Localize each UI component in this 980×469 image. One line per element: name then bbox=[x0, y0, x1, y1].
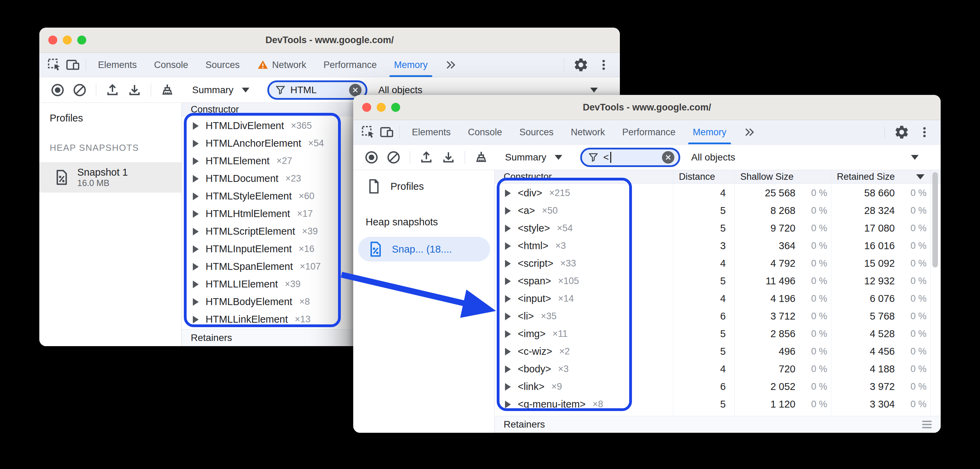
constructor-row[interactable]: <span> ×105 5 11 496 0 % 12 932 0 % bbox=[495, 272, 941, 290]
clean-garbage-icon[interactable] bbox=[158, 81, 177, 99]
perspective-select[interactable]: Summary bbox=[192, 85, 250, 96]
expand-triangle-icon[interactable] bbox=[505, 330, 511, 338]
expand-triangle-icon[interactable] bbox=[193, 122, 199, 130]
more-tabs-icon[interactable] bbox=[735, 123, 764, 142]
distance-column-header[interactable]: Distance bbox=[673, 170, 735, 183]
device-toolbar-icon[interactable] bbox=[64, 56, 82, 74]
more-options-icon[interactable] bbox=[915, 123, 934, 142]
constructor-row[interactable]: <img> ×11 5 2 856 0 % 4 528 0 % bbox=[495, 325, 941, 343]
expand-triangle-icon[interactable] bbox=[505, 260, 511, 268]
retained-size-column-header[interactable]: Retained Size bbox=[831, 170, 931, 183]
expand-triangle-icon[interactable] bbox=[193, 263, 199, 271]
expand-triangle-icon[interactable] bbox=[505, 278, 511, 285]
save-profile-icon[interactable] bbox=[439, 148, 458, 167]
constructor-column-header[interactable]: Constructor bbox=[495, 170, 673, 183]
expand-triangle-icon[interactable] bbox=[505, 383, 511, 391]
expand-triangle-icon[interactable] bbox=[193, 298, 199, 306]
expand-triangle-icon[interactable] bbox=[505, 295, 511, 303]
more-options-icon[interactable] bbox=[594, 56, 613, 74]
object-scope-select[interactable]: All objects bbox=[691, 152, 735, 163]
minimize-window-button[interactable] bbox=[377, 103, 386, 112]
inspect-element-icon[interactable] bbox=[45, 56, 64, 74]
tab-sources[interactable]: Sources bbox=[511, 120, 562, 144]
expand-triangle-icon[interactable] bbox=[505, 365, 511, 373]
grid-header-row: Constructor Distance Shallow Size Retain… bbox=[495, 170, 941, 183]
more-tabs-icon[interactable] bbox=[436, 56, 465, 74]
constructor-row[interactable]: <li> ×35 6 3 712 0 % 5 768 0 % bbox=[495, 308, 941, 325]
constructor-row[interactable]: <style> ×54 5 9 720 0 % 17 080 0 % bbox=[495, 220, 941, 237]
expand-triangle-icon[interactable] bbox=[193, 228, 199, 235]
object-scope-select[interactable]: All objects bbox=[379, 85, 423, 96]
class-filter-input[interactable]: HTML bbox=[267, 80, 368, 100]
constructor-row[interactable]: <g-menu-item> ×8 5 1 120 0 % 3 304 0 % bbox=[495, 396, 941, 413]
class-filter-input[interactable]: < bbox=[580, 148, 680, 167]
tab-memory[interactable]: Memory bbox=[684, 120, 735, 144]
clear-filter-icon[interactable] bbox=[349, 84, 361, 96]
expand-triangle-icon[interactable] bbox=[193, 157, 199, 165]
tab-console[interactable]: Console bbox=[146, 53, 197, 77]
expand-triangle-icon[interactable] bbox=[193, 193, 199, 200]
expand-triangle-icon[interactable] bbox=[193, 246, 199, 253]
tab-network[interactable]: Network bbox=[248, 53, 315, 77]
expand-triangle-icon[interactable] bbox=[505, 225, 511, 232]
zoom-window-button[interactable] bbox=[77, 35, 86, 45]
device-toolbar-icon[interactable] bbox=[377, 123, 396, 142]
save-profile-icon[interactable] bbox=[125, 81, 144, 99]
divider bbox=[885, 126, 885, 139]
minimize-window-button[interactable] bbox=[63, 35, 72, 45]
expand-triangle-icon[interactable] bbox=[193, 140, 199, 147]
close-window-button[interactable] bbox=[362, 103, 371, 112]
tab-elements[interactable]: Elements bbox=[89, 53, 146, 77]
hamburger-menu-icon[interactable] bbox=[922, 421, 932, 428]
tab-elements[interactable]: Elements bbox=[403, 120, 460, 144]
constructor-row[interactable]: <div> ×215 4 25 568 0 % 58 660 0 % bbox=[495, 184, 941, 202]
perspective-select[interactable]: Summary bbox=[505, 152, 562, 163]
profiles-item[interactable]: Profiles bbox=[353, 170, 494, 194]
constructor-row[interactable]: <c-wiz> ×2 5 496 0 % 4 456 0 % bbox=[495, 343, 941, 360]
clear-profiles-icon[interactable] bbox=[70, 81, 89, 99]
clear-filter-icon[interactable] bbox=[662, 151, 675, 164]
expand-triangle-icon[interactable] bbox=[505, 401, 511, 408]
constructor-row[interactable]: <html> ×3 3 364 0 % 16 016 0 % bbox=[495, 237, 941, 255]
expand-triangle-icon[interactable] bbox=[505, 313, 511, 320]
expand-triangle-icon[interactable] bbox=[505, 207, 511, 215]
expand-triangle-icon[interactable] bbox=[193, 281, 199, 288]
inspect-element-icon[interactable] bbox=[359, 123, 377, 142]
shallow-size-column-header[interactable]: Shallow Size bbox=[735, 170, 831, 183]
tab-console[interactable]: Console bbox=[460, 120, 511, 144]
constructor-row[interactable]: <body> ×3 4 720 0 % 4 188 0 % bbox=[495, 360, 941, 378]
zoom-window-button[interactable] bbox=[391, 103, 400, 112]
expand-triangle-icon[interactable] bbox=[505, 242, 511, 250]
snapshot-item[interactable]: Snapshot 1 16.0 MB bbox=[39, 162, 181, 193]
constructor-name: <c-wiz> bbox=[518, 346, 552, 357]
tab-sources[interactable]: Sources bbox=[197, 53, 248, 77]
retained-size-value: 28 324 bbox=[864, 205, 895, 216]
load-profile-icon[interactable] bbox=[417, 148, 436, 167]
retainers-bar[interactable]: Retainers bbox=[495, 416, 941, 433]
snapshot-item-selected[interactable]: Snap... (18.... bbox=[358, 237, 490, 262]
clean-garbage-icon[interactable] bbox=[472, 148, 490, 167]
tab-performance[interactable]: Performance bbox=[614, 120, 684, 144]
record-heap-icon[interactable] bbox=[362, 148, 381, 167]
expand-triangle-icon[interactable] bbox=[505, 190, 511, 197]
tab-performance[interactable]: Performance bbox=[315, 53, 386, 77]
constructor-row[interactable]: <script> ×33 4 4 792 0 % 15 092 0 % bbox=[495, 255, 941, 272]
constructor-name: HTMLScriptElement bbox=[205, 226, 295, 237]
expand-triangle-icon[interactable] bbox=[193, 210, 199, 218]
constructor-name: <div> bbox=[518, 187, 542, 199]
tab-memory[interactable]: Memory bbox=[385, 53, 436, 77]
close-window-button[interactable] bbox=[48, 35, 57, 45]
expand-triangle-icon[interactable] bbox=[193, 175, 199, 183]
constructor-row[interactable]: <input> ×14 4 4 196 0 % 6 076 0 % bbox=[495, 290, 941, 308]
vertical-scrollbar[interactable] bbox=[932, 172, 938, 268]
settings-gear-icon[interactable] bbox=[892, 123, 911, 142]
load-profile-icon[interactable] bbox=[103, 81, 122, 99]
settings-gear-icon[interactable] bbox=[571, 56, 590, 74]
constructor-row[interactable]: <a> ×50 5 8 268 0 % 28 324 0 % bbox=[495, 202, 941, 220]
tab-network[interactable]: Network bbox=[562, 120, 614, 144]
constructor-row[interactable]: <link> ×9 6 2 052 0 % 3 972 0 % bbox=[495, 378, 941, 396]
clear-profiles-icon[interactable] bbox=[384, 148, 403, 167]
expand-triangle-icon[interactable] bbox=[505, 348, 511, 356]
record-heap-icon[interactable] bbox=[48, 81, 67, 99]
expand-triangle-icon[interactable] bbox=[193, 316, 199, 323]
